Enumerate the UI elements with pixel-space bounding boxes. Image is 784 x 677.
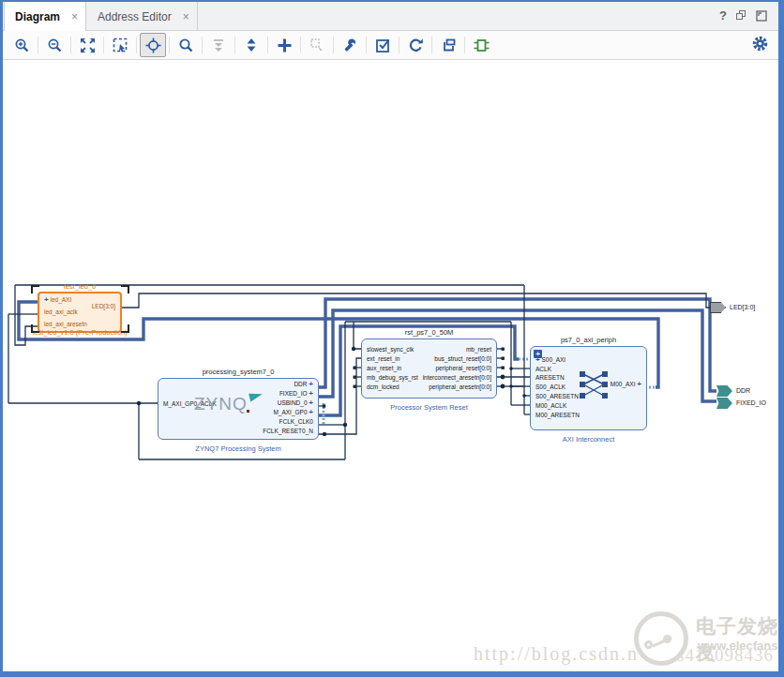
settings-gear-icon[interactable]	[751, 35, 769, 56]
autofit-selection-button[interactable]	[140, 33, 166, 57]
tab-diagram-label: Diagram	[15, 10, 60, 23]
selection-bracket	[121, 285, 129, 293]
customize-block-button[interactable]	[337, 33, 363, 57]
expand-hierarchy-button[interactable]	[238, 33, 264, 57]
port-fixed-io[interactable]: FIXED_IO +	[279, 390, 313, 398]
expand-port-icon[interactable]: +	[535, 355, 540, 364]
port-m00-axi[interactable]: M00_AXI +	[611, 381, 641, 388]
external-port-led[interactable]: LED[3:0]	[710, 302, 726, 313]
zynq-logo-dot	[247, 410, 249, 413]
window-frame	[0, 671, 784, 677]
expand-port-icon[interactable]: +	[44, 295, 49, 304]
float-window-icon[interactable]	[736, 10, 746, 21]
external-port-label: DDR	[736, 387, 750, 394]
port-led-axi-aresetn[interactable]: led_axi_aresetn	[44, 321, 87, 328]
block-axi-interconnect[interactable]: ps7_0_axi_periph + + S00_AXI ACLK ARESET…	[530, 346, 647, 430]
validate-design-button[interactable]	[369, 33, 396, 57]
interface-ports-button[interactable]	[468, 33, 494, 57]
close-icon[interactable]: ×	[71, 12, 78, 22]
port-mb-reset[interactable]: mb_reset	[466, 346, 491, 354]
port-led-axi-aclk[interactable]: led_axi_aclk	[44, 308, 78, 316]
search-button[interactable]	[173, 33, 199, 57]
crossbar-switch-icon	[580, 369, 608, 401]
port-m00-aclk[interactable]: M00_ACLK	[535, 402, 566, 410]
block-title: processing_system7_0	[158, 368, 318, 376]
vivado-block-design-window: Diagram × Address Editor × ?	[0, 0, 784, 677]
port-interconnect-aresetn[interactable]: interconnect_aresetn[0:0]	[423, 374, 491, 382]
window-frame	[778, 0, 784, 677]
port-m00-aresetn[interactable]: M00_ARESETN	[535, 412, 580, 419]
port-peripheral-reset[interactable]: peripheral_reset[0:0]	[435, 365, 491, 372]
zoom-in-button[interactable]	[8, 33, 35, 57]
block-proc-sys-reset[interactable]: rst_ps7_0_50M slowest_sync_clk ext_reset…	[361, 338, 497, 399]
port-bus-struct-reset[interactable]: bus_struct_reset[0:0]	[434, 355, 491, 363]
port-pentagon-icon	[710, 302, 726, 313]
port-s00-axi[interactable]: + S00_AXI	[535, 356, 565, 364]
collapse-hierarchy-button[interactable]	[205, 33, 232, 57]
diagram-toolbar	[3, 31, 778, 60]
zoom-fit-button[interactable]	[74, 33, 100, 57]
port-mb-debug-sys-rst[interactable]: mb_debug_sys_rst	[367, 374, 418, 382]
port-ext-reset-in[interactable]: ext_reset_in	[367, 355, 400, 363]
port-m-axi-gp0[interactable]: M_AXI_GP0 +	[273, 409, 313, 416]
close-icon[interactable]: ×	[183, 12, 189, 22]
zoom-to-selection-button[interactable]	[107, 33, 133, 57]
block-type-label: ZYNQ7 Processing System	[130, 444, 346, 453]
port-dcm-locked[interactable]: dcm_locked	[367, 384, 400, 391]
block-type-label: Processor System Reset	[334, 403, 524, 412]
selection-bracket	[31, 285, 39, 293]
tab-address-editor-label: Address Editor	[98, 10, 172, 23]
port-led-axi[interactable]: + led_AXI	[44, 296, 71, 304]
port-led-out[interactable]: LED[3:0]	[92, 303, 115, 310]
window-frame	[0, 0, 784, 2]
port-pentagon-icon	[716, 398, 732, 409]
port-pentagon-icon	[716, 385, 732, 397]
port-usbind-0[interactable]: USBIND_0 +	[278, 399, 313, 407]
block-processing-system7[interactable]: processing_system7_0 M_AXI_GP0_ACLK DDR …	[158, 378, 319, 440]
zoom-out-button[interactable]	[41, 33, 68, 57]
block-title: test_led_0	[39, 282, 120, 291]
regenerate-layout-button[interactable]	[402, 33, 429, 57]
tab-address-editor[interactable]: Address Editor ×	[87, 2, 198, 31]
selection-bracket	[121, 324, 129, 333]
port-aclk[interactable]: ACLK	[535, 366, 551, 373]
block-title: rst_ps7_0_50M	[362, 328, 496, 337]
external-port-ddr[interactable]: DDR	[716, 385, 732, 397]
add-ip-button[interactable]	[271, 33, 297, 57]
external-port-label: LED[3:0]	[730, 304, 755, 310]
zynq-logo-swoosh	[249, 390, 264, 401]
expand-port-icon[interactable]: +	[637, 380, 641, 388]
port-fclk-clk0[interactable]: FCLK_CLK0	[279, 418, 314, 426]
port-aux-reset-in[interactable]: aux_reset_in	[367, 365, 401, 372]
port-slowest-sync-clk[interactable]: slowest_sync_clk	[367, 346, 414, 354]
expand-port-icon[interactable]: +	[309, 399, 313, 407]
block-title: ps7_0_axi_periph	[531, 336, 646, 344]
port-s00-aclk[interactable]: S00_ACLK	[535, 384, 565, 391]
port-s00-aresetn[interactable]: S00_ARESETN	[535, 393, 579, 400]
maximize-window-icon[interactable]	[756, 10, 767, 22]
zynq-logo: ZYNQ	[194, 394, 248, 414]
expand-port-icon[interactable]: +	[309, 408, 313, 416]
port-ddr[interactable]: DDR +	[294, 381, 313, 388]
help-icon[interactable]: ?	[719, 8, 727, 23]
external-port-label: FIXED_IO	[736, 399, 766, 406]
tab-diagram[interactable]: Diagram ×	[4, 2, 86, 31]
make-external-button[interactable]	[304, 33, 330, 57]
port-aresetn[interactable]: ARESETN	[535, 374, 565, 382]
external-port-fixed-io[interactable]: FIXED_IO	[716, 398, 732, 409]
port-peripheral-aresetn[interactable]: peripheral_aresetn[0:0]	[429, 384, 491, 391]
block-test-led[interactable]: test_led_0 + led_AXI led_axi_aclk led_ax…	[38, 292, 122, 333]
expand-port-icon[interactable]: +	[309, 380, 313, 388]
window-frame	[0, 0, 3, 677]
block-type-label: AXI Interconnect	[503, 435, 674, 444]
tab-bar: Diagram × Address Editor × ?	[3, 2, 778, 31]
port-fclk-reset0-n[interactable]: FCLK_RESET0_N	[263, 428, 313, 435]
selection-bracket	[31, 324, 39, 333]
create-hierarchy-button[interactable]	[435, 33, 461, 57]
expand-port-icon[interactable]: +	[309, 389, 313, 398]
